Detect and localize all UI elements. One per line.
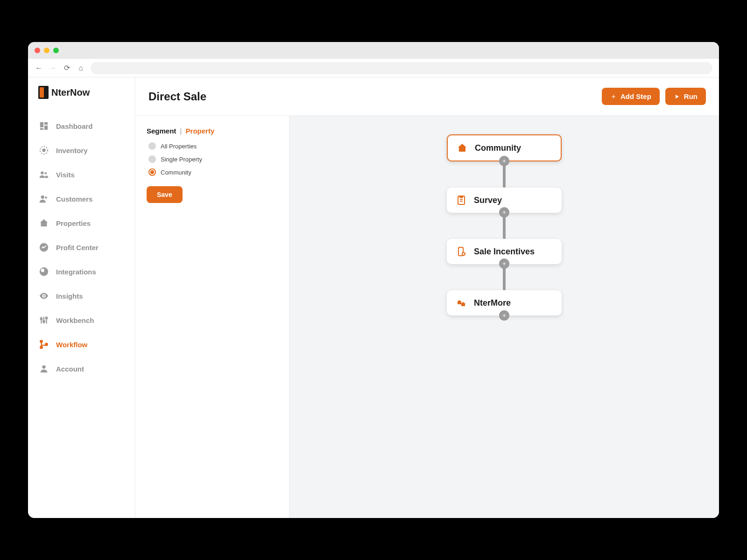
sidebar-item-label: Workbench [56,316,94,324]
inventory-icon [38,145,49,156]
sidebar-item-properties[interactable]: Properties [28,211,135,235]
sidebar: NterNow Dashboard Inventory [28,77,135,518]
segment-divider: | [180,127,182,135]
config-panel: Segment | Property All Properties Single… [135,116,289,518]
segment-active: Property [186,127,215,135]
integrations-icon [38,266,49,277]
radio-dot-icon [148,155,156,163]
dashboard-icon [38,120,49,132]
svg-rect-2 [44,126,48,130]
logo[interactable]: NterNow [28,86,135,110]
workbench-icon [38,315,49,326]
profit-icon [38,242,49,253]
sidebar-item-insights[interactable]: Insights [28,284,135,308]
radio-all-properties[interactable]: All Properties [148,142,278,150]
svg-point-13 [43,295,45,297]
insights-icon [38,290,49,301]
sidebar-item-visits[interactable]: Visits [28,162,135,187]
browser-toolbar: ← → ⟳ ⌂ [28,59,719,77]
run-button[interactable]: Run [665,88,706,105]
customers-icon [38,193,49,204]
reload-icon[interactable]: ⟳ [63,63,71,72]
sidebar-item-label: Insights [56,292,83,300]
svg-point-18 [43,321,45,322]
ntermore-icon [455,297,467,309]
svg-point-12 [41,269,44,272]
sidebar-item-label: Profit Center [56,244,99,252]
back-icon[interactable]: ← [35,64,43,72]
page-title: Direct Sale [148,90,206,103]
add-step-label: Add Step [620,92,651,100]
add-node-button[interactable] [499,259,509,269]
url-bar[interactable] [91,62,712,74]
sidebar-item-inventory[interactable]: Inventory [28,138,135,162]
header: Direct Sale Add Step Run [135,77,719,116]
sidebar-item-label: Inventory [56,147,88,154]
house-icon [456,142,468,154]
sidebar-item-dashboard[interactable]: Dashboard [28,114,135,138]
workflow-canvas[interactable]: Community Survey [289,116,719,518]
add-node-button[interactable] [499,207,509,217]
sidebar-item-profit-center[interactable]: Profit Center [28,235,135,259]
svg-point-11 [40,267,48,276]
logo-mark-icon [38,86,49,99]
radio-list: All Properties Single Property Community [147,142,278,176]
sidebar-item-label: Visits [56,171,75,179]
workflow-icon [38,339,49,350]
radio-community[interactable]: Community [148,168,278,176]
run-label: Run [684,92,698,100]
forward-icon[interactable]: → [49,64,57,72]
svg-point-20 [40,340,42,343]
radio-single-property[interactable]: Single Property [148,155,278,163]
svg-point-17 [41,318,42,320]
svg-point-7 [44,172,47,175]
add-node-button[interactable] [499,310,509,321]
workflow-connector [503,161,506,188]
radio-label: Single Property [161,156,202,163]
save-label: Save [157,191,172,198]
minimize-window-button[interactable] [44,48,49,53]
sidebar-item-label: Customers [56,195,92,203]
svg-rect-1 [44,122,48,125]
svg-rect-3 [40,128,43,130]
add-step-button[interactable]: Add Step [602,88,660,105]
svg-point-22 [45,343,48,346]
workflow-node-label: Sale Incentives [474,247,535,257]
workflow-node-label: NterMore [474,298,511,308]
sidebar-item-workbench[interactable]: Workbench [28,308,135,332]
add-node-button[interactable] [499,156,509,166]
svg-point-6 [41,171,43,174]
sidebar-item-workflow[interactable]: Workflow [28,332,135,357]
sidebar-item-account[interactable]: Account [28,357,135,381]
nav-list: Dashboard Inventory Visits [28,110,135,385]
radio-label: Community [161,169,191,176]
svg-point-8 [41,196,44,199]
incentive-icon [455,245,467,258]
svg-point-5 [42,149,45,152]
workflow-node-label: Community [475,143,521,153]
sidebar-item-label: Properties [56,219,91,227]
svg-point-9 [45,196,47,199]
main: Direct Sale Add Step Run Segmen [135,77,719,518]
plus-icon [610,93,617,100]
visits-icon [38,169,49,180]
header-actions: Add Step Run [602,88,706,105]
browser-window: ← → ⟳ ⌂ NterNow Dashboard [28,42,719,518]
workflow-connector [503,213,506,239]
maximize-window-button[interactable] [53,48,59,53]
sidebar-item-integrations[interactable]: Integrations [28,259,135,284]
workflow-node-label: Survey [474,196,502,205]
home-icon[interactable]: ⌂ [77,64,85,72]
radio-dot-icon [148,168,156,176]
save-button[interactable]: Save [147,186,183,203]
play-icon [674,93,680,100]
segment-header: Segment | Property [147,127,278,135]
browser-titlebar [28,42,719,59]
sidebar-item-label: Dashboard [56,122,92,130]
radio-label: All Properties [161,143,197,150]
survey-icon [455,194,467,206]
svg-point-21 [40,346,42,349]
sidebar-item-customers[interactable]: Customers [28,187,135,211]
sidebar-item-label: Account [56,365,84,373]
close-window-button[interactable] [35,48,40,53]
